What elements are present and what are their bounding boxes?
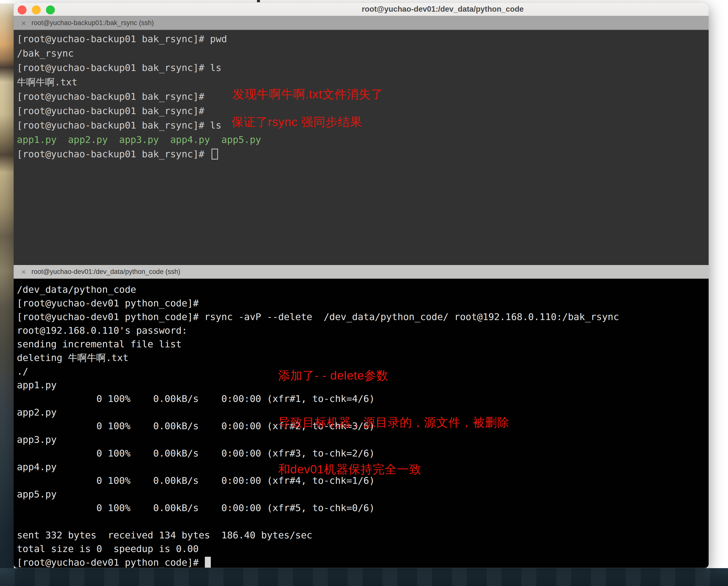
- terminal-line: [17, 515, 709, 528]
- tab-backup01[interactable]: × root@yuchao-backup01:/bak_rsync (ssh): [14, 16, 709, 30]
- annotation-line: 添加了- - delete参数: [278, 368, 509, 383]
- tab-dev01[interactable]: × root@yuchao-dev01:/dev_data/python_cod…: [14, 264, 709, 279]
- terminal-line: [root@yuchao-backup01 bak_rsync]# ls: [17, 118, 709, 132]
- terminal-line: [root@yuchao-dev01 python_code]# rsync -…: [17, 310, 709, 324]
- terminal-line: /bak_rsync: [17, 46, 709, 60]
- terminal-line: sent 332 bytes received 134 bytes 186.40…: [17, 528, 709, 542]
- menubar-text-artifact: [257, 0, 260, 2]
- terminal-line: [root@yuchao-dev01 python_code]#: [17, 556, 709, 568]
- annotation-line: 和dev01机器保持完全一致: [278, 461, 509, 477]
- minimize-window-button[interactable]: [32, 5, 41, 15]
- window-title: root@yuchao-dev01:/dev_data/python_code: [362, 5, 524, 14]
- window-titlebar[interactable]: root@yuchao-dev01:/dev_data/python_code: [14, 3, 709, 16]
- terminal-line: [root@yuchao-backup01 bak_rsync]#: [17, 147, 709, 161]
- tab-close-icon[interactable]: ×: [21, 19, 26, 27]
- tab-label: root@yuchao-backup01:/bak_rsync (ssh): [31, 19, 154, 27]
- close-window-button[interactable]: [18, 5, 27, 15]
- annotation-delete-param: 添加了- - delete参数 导致目标机器，源目录的，源文件，被删除 和dev…: [278, 337, 509, 508]
- terminal-line: total size is 0 speedup is 0.00: [17, 542, 709, 556]
- terminal-line: app1.py app2.py app3.py app4.py app5.py: [17, 132, 709, 147]
- active-cursor: [205, 557, 211, 568]
- annotation-rsync-sync-result: 保证了rsync 强同步结果: [231, 114, 362, 130]
- terminal-line: [root@yuchao-backup01 bak_rsync]# ls: [17, 60, 709, 75]
- desktop: root@yuchao-dev01:/dev_data/python_code …: [0, 0, 728, 586]
- terminal-line: [root@yuchao-backup01 bak_rsync]#: [17, 104, 709, 118]
- tab-label: root@yuchao-dev01:/dev_data/python_code …: [31, 268, 180, 276]
- terminal-line: [root@yuchao-dev01 python_code]#: [17, 296, 709, 310]
- terminal-line: root@192.168.0.110's password:: [17, 324, 709, 338]
- annotation-file-missing: 发现牛啊牛啊.txt文件消失了: [232, 86, 383, 102]
- terminal-line: /dev_data/python_code: [17, 283, 709, 296]
- terminal-line: [root@yuchao-backup01 bak_rsync]# pwd: [17, 32, 709, 46]
- traffic-lights: [18, 5, 55, 15]
- terminal-pane-backup01[interactable]: [root@yuchao-backup01 bak_rsync]# pwd/ba…: [14, 30, 709, 264]
- tab-close-icon[interactable]: ×: [21, 267, 26, 276]
- annotation-line: 导致目标机器，源目录的，源文件，被删除: [278, 415, 509, 430]
- inactive-cursor: [211, 149, 218, 160]
- wallpaper-bottom-strip: [0, 568, 728, 586]
- wallpaper-left-strip: [0, 3, 14, 586]
- zoom-window-button[interactable]: [46, 5, 55, 15]
